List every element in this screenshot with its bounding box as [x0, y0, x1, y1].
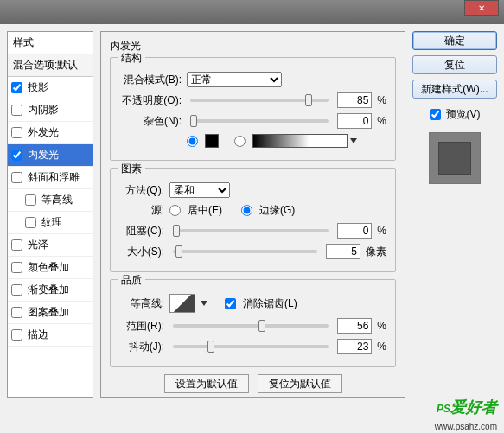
opacity-label: 不透明度(O): [119, 93, 182, 108]
checkbox[interactable] [11, 284, 22, 296]
noise-slider[interactable] [190, 119, 329, 123]
cancel-button[interactable]: 复位 [412, 55, 497, 74]
sidebar-item-contour[interactable]: 等高线 [8, 189, 93, 212]
group-label: 品质 [118, 273, 145, 288]
sidebar-item-color-overlay[interactable]: 颜色叠加 [8, 257, 93, 279]
checkbox[interactable] [11, 172, 22, 183]
contour-picker[interactable] [169, 294, 195, 313]
source-edge-radio[interactable] [241, 205, 252, 216]
sidebar-item-texture[interactable]: 纹理 [8, 212, 93, 234]
label: 图案叠加 [28, 305, 69, 320]
opacity-slider[interactable] [190, 99, 329, 102]
checkbox[interactable] [25, 194, 36, 206]
sidebar-item-drop-shadow[interactable]: 投影 [8, 77, 93, 99]
label: 纹理 [41, 215, 62, 230]
sidebar-item-gradient-overlay[interactable]: 渐变叠加 [8, 279, 93, 302]
dialog-window: ✕ 样式 混合选项:默认 投影 内阴影 外发光 内发光 [0, 0, 504, 433]
preview-thumbnail [429, 132, 481, 184]
reset-default-button[interactable]: 复位为默认值 [258, 374, 342, 393]
preview-label: 预览(V) [446, 107, 481, 122]
range-input[interactable]: 56 [337, 318, 372, 334]
noise-label: 杂色(N): [119, 114, 182, 129]
sidebar-item-inner-shadow[interactable]: 内阴影 [8, 99, 93, 122]
color-radio[interactable] [187, 136, 198, 147]
label: 斜面和浮雕 [28, 170, 80, 185]
close-button[interactable]: ✕ [464, 0, 499, 16]
gradient-radio[interactable] [234, 136, 246, 147]
size-slider[interactable] [173, 250, 317, 253]
size-label: 大小(S): [119, 245, 164, 259]
sidebar-item-pattern-overlay[interactable]: 图案叠加 [8, 302, 93, 324]
source-edge-label: 边缘(G) [259, 203, 295, 218]
size-input[interactable]: 5 [326, 244, 360, 259]
jitter-slider[interactable] [173, 345, 329, 348]
choke-input[interactable]: 0 [337, 223, 372, 239]
preview-checkbox[interactable] [430, 109, 441, 120]
unit: % [377, 225, 386, 237]
group-elements: 图素 方法(Q): 柔和 源: 居中(E) 边缘(G) 阻塞(C): [110, 168, 396, 272]
sidebar-header: 样式 [8, 32, 93, 54]
blend-mode-label: 混合模式(B): [119, 73, 182, 87]
checkbox[interactable] [11, 127, 22, 138]
source-center-radio[interactable] [169, 205, 181, 216]
noise-input[interactable]: 0 [337, 113, 372, 129]
new-style-button[interactable]: 新建样式(W)... [412, 80, 497, 99]
checkbox[interactable] [11, 262, 22, 273]
set-default-button[interactable]: 设置为默认值 [164, 374, 249, 393]
checkbox[interactable] [11, 105, 22, 116]
checkbox[interactable] [11, 307, 22, 318]
jitter-input[interactable]: 23 [337, 339, 372, 354]
range-label: 范围(R): [119, 319, 164, 334]
group-structure: 结构 混合模式(B): 正常 不透明度(O): 85 % 杂色(N): 0 [110, 57, 396, 161]
label: 投影 [28, 80, 48, 95]
label: 渐变叠加 [28, 283, 69, 297]
panel-title: 内发光 [110, 39, 396, 54]
content: 样式 混合选项:默认 投影 内阴影 外发光 内发光 斜面和浮雕 [0, 24, 504, 404]
unit: % [377, 320, 386, 332]
checkbox[interactable] [11, 239, 22, 251]
label: 描边 [28, 328, 48, 342]
titlebar: ✕ [0, 0, 504, 24]
technique-label: 方法(Q): [119, 183, 164, 198]
source-center-label: 居中(E) [188, 203, 222, 218]
chevron-down-icon[interactable] [350, 138, 357, 143]
color-swatch[interactable] [205, 134, 219, 148]
technique-select[interactable]: 柔和 [169, 182, 230, 198]
jitter-label: 抖动(J): [119, 340, 164, 354]
styles-sidebar: 样式 混合选项:默认 投影 内阴影 外发光 内发光 斜面和浮雕 [7, 31, 93, 398]
group-label: 图素 [118, 162, 145, 176]
label: 等高线 [41, 193, 73, 207]
label: 内发光 [28, 148, 59, 162]
checkbox[interactable] [11, 82, 22, 93]
contour-label: 等高线: [119, 296, 164, 311]
sidebar-item-outer-glow[interactable]: 外发光 [8, 122, 93, 144]
checkbox[interactable] [11, 329, 22, 341]
checkbox[interactable] [25, 217, 36, 228]
antialias-checkbox[interactable] [225, 298, 236, 309]
opacity-input[interactable]: 85 [337, 92, 372, 108]
unit: % [377, 341, 386, 353]
label: 内阴影 [28, 103, 59, 118]
sidebar-item-bevel[interactable]: 斜面和浮雕 [8, 167, 93, 189]
group-quality: 品质 等高线: 消除锯齿(L) 范围(R): 56 % 抖动(J): [110, 279, 396, 367]
chevron-down-icon[interactable] [201, 301, 207, 306]
blend-mode-select[interactable]: 正常 [187, 72, 282, 87]
defaults-buttons: 设置为默认值 复位为默认值 [110, 374, 396, 393]
sidebar-item-inner-glow[interactable]: 内发光 [8, 144, 93, 167]
checkbox[interactable] [11, 150, 22, 161]
unit: 像素 [366, 245, 386, 259]
sidebar-item-satin[interactable]: 光泽 [8, 234, 93, 257]
range-slider[interactable] [173, 324, 329, 328]
group-label: 结构 [118, 51, 145, 66]
ok-button[interactable]: 确定 [412, 31, 497, 50]
unit: % [377, 115, 386, 127]
sidebar-blend-options[interactable]: 混合选项:默认 [8, 54, 93, 77]
watermark: PS爱好者 [437, 397, 497, 417]
source-label: 源: [119, 203, 164, 218]
choke-label: 阻塞(C): [119, 224, 164, 239]
label: 光泽 [28, 238, 48, 252]
right-column: 确定 复位 新建样式(W)... 预览(V) [412, 31, 497, 398]
choke-slider[interactable] [173, 229, 329, 232]
gradient-picker[interactable] [252, 134, 348, 148]
sidebar-item-stroke[interactable]: 描边 [8, 324, 93, 347]
